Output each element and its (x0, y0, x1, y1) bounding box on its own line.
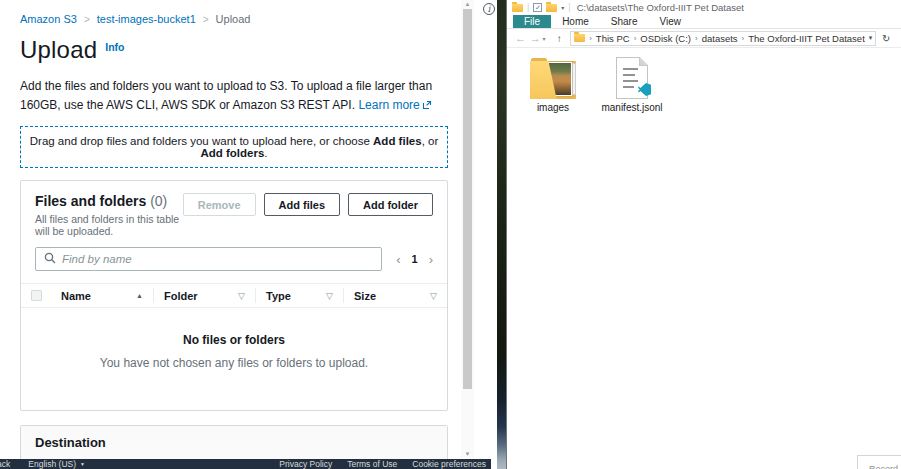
s3-upload-page: Amazon S3 > test-images-bucket1 > Upload… (20, 0, 448, 469)
search-icon (44, 250, 56, 268)
folder-with-cat-photo-icon (530, 57, 576, 99)
info-link[interactable]: Info (105, 41, 124, 53)
vscode-icon (638, 83, 651, 96)
drag-drop-zone[interactable]: Drag and drop files and folders you want… (20, 126, 448, 168)
remove-button[interactable]: Remove (183, 193, 256, 216)
scroll-up-icon[interactable]: ▲ (461, 0, 474, 9)
jsonl-document-icon (616, 57, 648, 99)
page-number[interactable]: 1 (412, 253, 418, 265)
column-label: Name (61, 290, 91, 302)
terms-of-use-link[interactable]: Terms of Use (347, 459, 397, 469)
find-by-name-input[interactable] (62, 253, 373, 265)
scroll-down-icon[interactable]: ▼ (461, 451, 474, 457)
tab-view[interactable]: View (649, 15, 693, 28)
explorer-titlebar[interactable]: | ✓ ▾ | C:\datasets\The Oxford-IIIT Pet … (507, 0, 901, 15)
empty-state-subtitle: You have not chosen any files or folders… (21, 356, 447, 370)
dropzone-text: . (264, 147, 267, 159)
breadcrumb-separator: > (196, 14, 216, 25)
properties-icon[interactable]: ✓ (533, 3, 542, 12)
card-actions: Remove Add files Add folder (183, 193, 433, 216)
crumb-separator: › (695, 34, 698, 43)
select-all-checkbox[interactable] (31, 290, 42, 301)
empty-state-title: No files or folders (21, 333, 447, 347)
empty-state: No files or folders You have not chosen … (21, 308, 447, 410)
dropzone-add-files-text: Add files (373, 135, 422, 147)
footer-right: Privacy Policy Terms of Use Cookie prefe… (279, 459, 486, 469)
explorer-file-list: images manifest.jsonl (507, 48, 901, 113)
file-explorer-window: | ✓ ▾ | C:\datasets\The Oxford-IIIT Pet … (506, 0, 901, 469)
forward-icon[interactable]: → (528, 32, 543, 44)
breadcrumb-current: Upload (216, 13, 251, 25)
explorer-app-icon (512, 4, 523, 12)
file-item-images-folder[interactable]: images (522, 57, 584, 113)
address-crumb-this-pc[interactable]: This PC (596, 33, 630, 44)
address-crumb-osdisk[interactable]: OSDisk (C:) (640, 33, 691, 44)
desktop-wallpaper-strip (497, 0, 506, 469)
cookie-preferences-link[interactable]: Cookie preferences (412, 459, 486, 469)
column-label: Type (266, 290, 291, 302)
add-files-button[interactable]: Add files (264, 193, 340, 216)
files-card-title-text: Files and folders (35, 193, 146, 209)
aws-console-footer: Feedback English (US)▼ Privacy Policy Te… (0, 459, 491, 469)
breadcrumb-separator: > (77, 14, 97, 25)
back-icon[interactable]: ← (513, 32, 528, 44)
file-item-label: images (537, 102, 569, 113)
destination-card-title: Destination (21, 426, 447, 460)
column-header-folder[interactable]: Folder▽ (153, 288, 255, 303)
dropzone-text: , or (422, 135, 439, 147)
address-folder-icon (574, 34, 585, 42)
page-prev-icon[interactable]: ‹ (396, 252, 400, 267)
column-header-name[interactable]: Name▲ (51, 284, 153, 307)
files-and-folders-card: Files and folders (0) All files and fold… (20, 180, 448, 411)
privacy-policy-link[interactable]: Privacy Policy (279, 459, 332, 469)
breadcrumb: Amazon S3 > test-images-bucket1 > Upload (20, 13, 448, 25)
column-header-type[interactable]: Type▽ (255, 288, 343, 303)
quick-access-toolbar-caret-icon[interactable]: ▾ (561, 4, 564, 11)
search-row: ‹ 1 › (21, 237, 447, 271)
breadcrumb-amazon-s3[interactable]: Amazon S3 (20, 13, 77, 25)
up-icon[interactable]: ↑ (551, 33, 567, 44)
files-count: (0) (150, 193, 167, 209)
page-scrollbar[interactable]: ▲ ▼ (461, 0, 474, 458)
record-button[interactable]: Record (857, 455, 901, 469)
language-label: English (US) (28, 459, 76, 469)
qat-separator: | (568, 3, 570, 12)
address-bar[interactable]: › This PC › OSDisk (C:) › datasets › The… (570, 31, 876, 46)
address-crumb-current[interactable]: The Oxford-IIIT Pet Dataset (748, 33, 865, 44)
external-link-icon (422, 99, 432, 113)
refresh-icon[interactable]: ↻ (876, 33, 896, 44)
learn-more-link[interactable]: Learn more (358, 98, 419, 112)
language-selector[interactable]: English (US)▼ (28, 459, 85, 469)
new-folder-icon[interactable] (546, 4, 557, 12)
table-header: Name▲ Folder▽ Type▽ Size▽ (21, 283, 447, 308)
sort-icon: ▽ (238, 291, 245, 301)
tab-home[interactable]: Home (551, 15, 600, 28)
address-dropdown-icon[interactable]: ▾ (869, 34, 873, 42)
file-item-manifest-jsonl[interactable]: manifest.jsonl (601, 57, 663, 113)
file-item-label: manifest.jsonl (601, 102, 662, 113)
browser-pane: Amazon S3 > test-images-bucket1 > Upload… (0, 0, 497, 469)
crumb-separator: › (589, 34, 592, 43)
qat-separator: | (527, 3, 529, 12)
add-folder-button[interactable]: Add folder (348, 193, 433, 216)
address-crumb-datasets[interactable]: datasets (702, 33, 738, 44)
feedback-link[interactable]: Feedback (0, 459, 10, 469)
tab-share[interactable]: Share (600, 15, 649, 28)
card-header: Files and folders (0) All files and fold… (21, 181, 447, 237)
column-header-size[interactable]: Size▽ (343, 288, 447, 303)
ribbon-tabs: File Home Share View (507, 15, 901, 29)
search-box[interactable] (35, 247, 382, 271)
page-next-icon[interactable]: › (429, 252, 433, 267)
files-card-title: Files and folders (0) (35, 193, 183, 209)
history-chevron-icon[interactable]: ▾ (543, 35, 552, 42)
help-info-icon[interactable]: i (483, 3, 495, 15)
sort-icon: ▽ (430, 291, 437, 301)
breadcrumb-bucket[interactable]: test-images-bucket1 (97, 13, 196, 25)
pagination: ‹ 1 › (396, 252, 433, 267)
title-row: UploadInfo (20, 36, 448, 64)
dropzone-add-folders-text: Add folders (200, 147, 264, 159)
sort-ascending-icon: ▲ (136, 292, 143, 299)
tab-file[interactable]: File (513, 15, 551, 28)
scrollbar-thumb[interactable] (463, 9, 472, 389)
column-label: Folder (164, 290, 198, 302)
